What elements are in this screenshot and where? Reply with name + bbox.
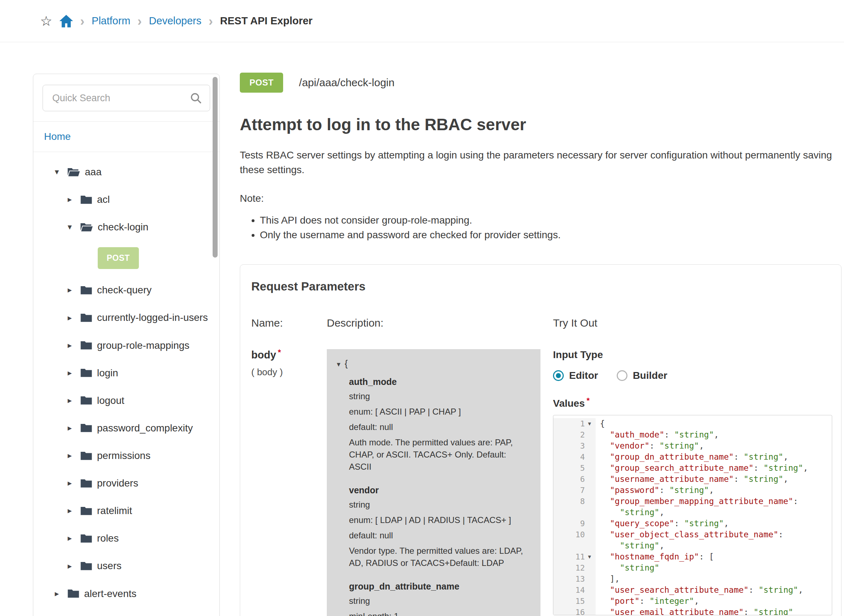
code-content[interactable]: "user_email_attribute_name": "string" bbox=[596, 607, 832, 615]
caret-right-icon[interactable]: ▸ bbox=[68, 532, 81, 545]
code-token: , bbox=[798, 585, 803, 594]
code-content[interactable]: "group_dn_attribute_name": "string", bbox=[596, 452, 832, 462]
code-content[interactable]: "vendor": "string", bbox=[596, 440, 832, 452]
caret-right-icon[interactable]: ▸ bbox=[55, 587, 68, 600]
code-content[interactable]: "port": "integer", bbox=[596, 595, 832, 607]
home-icon[interactable] bbox=[59, 15, 73, 28]
tree-item-permissions[interactable]: ▸permissions bbox=[33, 441, 211, 469]
code-token: { bbox=[600, 419, 605, 428]
code-token: : bbox=[744, 607, 754, 615]
code-token bbox=[600, 596, 610, 606]
tree-item-password_complexity[interactable]: ▸password_complexity bbox=[33, 414, 211, 441]
caret-right-icon[interactable]: ▸ bbox=[68, 311, 81, 324]
tree-item-check-login[interactable]: ▾check-login bbox=[33, 213, 211, 241]
code-token bbox=[600, 430, 610, 439]
folder-icon bbox=[81, 396, 92, 405]
tree-item-label: password_complexity bbox=[97, 422, 193, 434]
fold-caret-icon[interactable]: ▾ bbox=[585, 551, 594, 562]
code-content[interactable]: "hostname_fqdn_ip": [ bbox=[596, 551, 832, 562]
code-content[interactable]: "string" bbox=[596, 562, 832, 573]
tree-item-providers[interactable]: ▸providers bbox=[33, 469, 211, 497]
code-content[interactable]: "group_member_mapping_attribute_name": "… bbox=[596, 496, 832, 518]
code-token: : bbox=[649, 441, 659, 450]
card-title: Request Parameters bbox=[251, 280, 831, 293]
tree-item-label: aaa bbox=[85, 166, 101, 177]
tree-item-label: alert-events bbox=[84, 588, 136, 599]
caret-right-icon[interactable]: ▸ bbox=[68, 366, 81, 380]
caret-down-icon[interactable]: ▾ bbox=[55, 165, 68, 179]
values-editor[interactable]: 1▾{2 "auth_mode": "string",3 "vendor": "… bbox=[553, 415, 832, 615]
code-content[interactable]: "user_object_class_attribute_name": "str… bbox=[596, 529, 832, 551]
code-token: "string" bbox=[620, 563, 659, 572]
tree-item-acl[interactable]: ▸acl bbox=[33, 185, 211, 213]
schema-root-row: ▾{ bbox=[337, 358, 531, 369]
caret-right-icon[interactable]: ▸ bbox=[68, 394, 81, 407]
tree-item-logout[interactable]: ▸logout bbox=[33, 386, 211, 414]
radio-unselected-icon[interactable] bbox=[617, 370, 628, 381]
breadcrumb-link-platform[interactable]: Platform bbox=[92, 15, 130, 27]
caret-right-icon[interactable]: ▸ bbox=[68, 559, 81, 573]
note-label: Note: bbox=[240, 193, 841, 204]
code-content[interactable]: "username_attribute_name": "string", bbox=[596, 474, 832, 485]
sidebar-scrollbar-thumb[interactable] bbox=[213, 77, 218, 258]
tree-item-alert-events[interactable]: ▸alert-events bbox=[33, 579, 211, 607]
tree-item-roles[interactable]: ▸roles bbox=[33, 524, 211, 551]
caret-down-icon[interactable]: ▾ bbox=[68, 220, 81, 233]
collapse-caret-icon[interactable]: ▾ bbox=[337, 360, 340, 368]
caret-right-icon[interactable]: ▸ bbox=[68, 421, 81, 435]
caret-right-icon[interactable]: ▸ bbox=[68, 339, 81, 352]
code-content[interactable]: ], bbox=[596, 573, 832, 585]
caret-right-icon[interactable]: ▸ bbox=[68, 193, 81, 206]
search-icon[interactable] bbox=[189, 92, 202, 104]
post-method-badge[interactable]: POST bbox=[98, 247, 139, 269]
search-input[interactable] bbox=[43, 85, 210, 111]
tree-item-aaa[interactable]: ▾aaa bbox=[33, 158, 211, 185]
code-content[interactable]: "user_search_attribute_name": "string", bbox=[596, 585, 832, 595]
input-type-editor-option[interactable]: Editor bbox=[553, 370, 598, 381]
caret-right-icon[interactable]: ▸ bbox=[68, 449, 81, 462]
code-line: 9 "query_scope": "string", bbox=[553, 518, 832, 529]
tree-item-label: acl bbox=[97, 194, 110, 205]
sidebar-home-link[interactable]: Home bbox=[44, 131, 71, 142]
code-token bbox=[600, 530, 610, 539]
caret-right-icon[interactable]: ▸ bbox=[68, 504, 81, 517]
tree-item-users[interactable]: ▸users bbox=[33, 551, 211, 579]
tree-item-group-role-mappings[interactable]: ▸group-role-mappings bbox=[33, 331, 211, 359]
code-token: "string" bbox=[674, 430, 714, 439]
tree-method-post[interactable]: POST bbox=[33, 241, 211, 276]
input-type-options: Editor Builder bbox=[553, 370, 832, 381]
code-line: 2 "auth_mode": "string", bbox=[553, 429, 832, 440]
code-token: "user_search_attribute_name" bbox=[610, 585, 749, 594]
folder-icon bbox=[81, 561, 92, 571]
required-asterisk: * bbox=[278, 348, 281, 356]
code-token: , bbox=[724, 519, 729, 528]
input-type-builder-option[interactable]: Builder bbox=[617, 370, 667, 381]
code-content[interactable]: "auth_mode": "string", bbox=[596, 429, 832, 440]
breadcrumb-link-developers[interactable]: Developers bbox=[149, 15, 201, 27]
line-number: 2 bbox=[580, 429, 585, 440]
tree-item-login[interactable]: ▸login bbox=[33, 359, 211, 386]
folder-icon bbox=[81, 286, 92, 295]
caret-right-icon[interactable]: ▸ bbox=[68, 283, 81, 296]
favorite-star-icon[interactable]: ☆ bbox=[40, 14, 52, 28]
tree-item-anomalies[interactable]: ▸anomalies bbox=[33, 607, 211, 616]
tree-item-currently-logged-in-users[interactable]: ▸currently-logged-in-users bbox=[33, 304, 211, 331]
code-token bbox=[600, 607, 610, 615]
caret-right-icon[interactable]: ▸ bbox=[68, 477, 81, 490]
schema-box[interactable]: ▾{ auth_modestringenum: [ ASCII | PAP | … bbox=[327, 349, 541, 616]
column-header-try-it-out: Try It Out bbox=[553, 317, 832, 329]
code-content[interactable]: "query_scope": "string", bbox=[596, 518, 832, 529]
line-number: 3 bbox=[580, 440, 585, 452]
fold-caret-icon[interactable]: ▾ bbox=[585, 418, 594, 429]
tree-item-ratelimit[interactable]: ▸ratelimit bbox=[33, 497, 211, 524]
tree-item-check-query[interactable]: ▸check-query bbox=[33, 276, 211, 304]
radio-selected-icon[interactable] bbox=[553, 370, 564, 381]
code-content[interactable]: { bbox=[596, 418, 832, 429]
folder-icon bbox=[81, 506, 92, 515]
code-token: "group_dn_attribute_name" bbox=[610, 452, 734, 462]
code-content[interactable]: "password": "string", bbox=[596, 485, 832, 496]
code-content[interactable]: "group_search_attribute_name": "string", bbox=[596, 462, 832, 474]
caret-right-icon[interactable]: ▸ bbox=[55, 615, 68, 616]
code-line: 13 ], bbox=[553, 573, 832, 585]
line-number: 14 bbox=[576, 585, 585, 595]
